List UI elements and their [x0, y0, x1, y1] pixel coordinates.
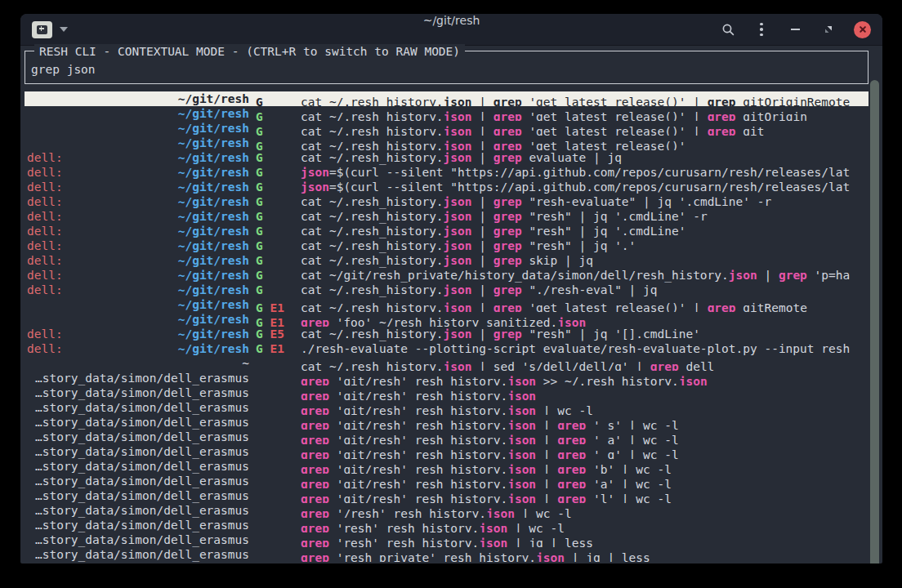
history-row[interactable]: …story_data/simon/dell_erasmusgrep 'resh… — [25, 518, 869, 532]
directory-label: ~/git/resh — [178, 297, 249, 312]
scrollbar-thumb[interactable] — [870, 80, 879, 564]
history-row[interactable]: dell:~/git/reshGcat ~/.resh_history.json… — [25, 194, 869, 209]
match-highlight: grep — [650, 360, 679, 371]
history-row[interactable]: dell:~/git/reshGcat ~/.resh_history.json… — [25, 224, 869, 238]
history-row[interactable]: dell:~/git/reshG E5cat ~/.resh_history.j… — [25, 327, 869, 341]
host-dir-columns: ~/git/resh — [25, 312, 249, 327]
menu-kebab-icon[interactable] — [753, 21, 770, 38]
match-highlight: json — [444, 151, 472, 164]
host-dir-columns: dell:~/git/resh — [25, 150, 249, 165]
history-row[interactable]: dell:~/git/reshGcat ~/git/resh_private/h… — [25, 268, 869, 283]
host-label: dell: — [27, 253, 63, 268]
flag-badge: G — [256, 239, 263, 252]
flags-column: G — [249, 194, 301, 209]
history-row[interactable]: ~/git/reshGcat ~/.resh_history.json | gr… — [25, 121, 869, 136]
history-row[interactable]: …story_data/simon/dell_erasmusgrep 'git/… — [25, 474, 869, 488]
match-highlight: json — [729, 269, 757, 282]
match-highlight: json — [507, 390, 536, 400]
command-text: grep '/resh' resh_history.json | wc -l — [301, 506, 869, 518]
history-row[interactable]: …story_data/simon/dell_erasmusgrep 'git/… — [25, 488, 869, 503]
history-row[interactable]: ~/git/reshGcat ~/.resh_history.json | gr… — [25, 106, 869, 121]
command-text: grep 'git/resh' resh_history.json | grep… — [301, 492, 869, 503]
restore-button[interactable] — [820, 21, 837, 38]
host-dir-columns: dell:~/git/resh — [25, 268, 249, 283]
history-row[interactable]: ~/git/reshG E1grep 'foo' ~/resh_history_… — [25, 312, 869, 327]
match-highlight: json — [444, 239, 472, 252]
command-text: cat ~/.resh_history.json | grep "resh" |… — [301, 224, 869, 238]
directory-label: ~/git/resh — [178, 327, 249, 341]
host-dir-columns: dell:~/git/resh — [25, 283, 249, 297]
host-dir-columns: …story_data/simon/dell_erasmus — [25, 415, 249, 430]
history-row[interactable]: …story_data/simon/dell_erasmusgrep 'git/… — [25, 400, 869, 415]
history-row[interactable]: dell:~/git/reshGcat ~/.resh_history.json… — [25, 238, 869, 253]
match-highlight: json — [444, 301, 472, 312]
command-text: cat ~/.resh_history.json | grep skip | j… — [301, 253, 869, 268]
directory-label: ~/git/resh — [178, 136, 249, 150]
host-label: dell: — [27, 224, 63, 238]
history-row[interactable]: …story_data/simon/dell_erasmusgrep 'git/… — [25, 430, 869, 444]
history-row[interactable]: dell:~/git/reshGcat ~/.resh_history.json… — [25, 283, 869, 297]
history-row[interactable]: dell:~/git/reshGjson=$(curl --silent "ht… — [25, 180, 869, 194]
flags-column: G E1 — [249, 315, 301, 327]
history-row[interactable]: dell:~/git/reshGcat ~/.resh_history.json… — [25, 150, 869, 165]
search-query-input[interactable]: grep json — [31, 62, 96, 77]
flag-badge: G — [256, 327, 263, 341]
command-text: grep 'resh_private' resh_history.json | … — [301, 550, 869, 562]
directory-label: …story_data/simon/dell_erasmus — [35, 371, 249, 385]
history-row[interactable]: …story_data/simon/dell_erasmusgrep 'resh… — [25, 532, 869, 547]
directory-label: ~/git/resh — [178, 106, 249, 121]
host-dir-columns: …story_data/simon/dell_erasmus — [25, 488, 249, 503]
match-highlight: grep — [493, 225, 522, 238]
match-highlight: json — [444, 225, 472, 238]
history-row[interactable]: …story_data/simon/dell_erasmusgrep 'git/… — [25, 459, 869, 474]
match-highlight: grep — [708, 125, 736, 136]
flag-badge: E1 — [270, 342, 284, 355]
history-row[interactable]: ~/git/reshGcat ~/.resh_history.json | gr… — [25, 136, 869, 150]
history-row[interactable]: dell:~/git/reshGcat ~/.resh_history.json… — [25, 253, 869, 268]
match-highlight: grep — [493, 151, 522, 164]
match-highlight: grep — [493, 125, 522, 136]
history-row[interactable]: dell:~/git/reshGjson=$(curl --silent "ht… — [25, 165, 869, 180]
command-text: cat ~/.resh_history.json | grep "resh" |… — [301, 238, 869, 253]
titlebar-right-controls — [720, 14, 871, 45]
directory-label: …story_data/simon/dell_erasmus — [35, 444, 249, 459]
flags-column: G — [249, 268, 301, 283]
match-highlight: json — [301, 180, 329, 194]
history-row[interactable]: …story_data/simon/dell_erasmusgrep 'resh… — [25, 547, 869, 562]
terminal-content: RESH CLI - CONTEXTUAL MODE - (CTRL+R to … — [20, 45, 882, 564]
directory-label: ~/git/resh — [178, 341, 249, 356]
command-text: json=$(curl --silent "https://api.github… — [301, 165, 869, 180]
directory-label: ~/git/resh — [178, 180, 249, 194]
flags-column: G — [249, 124, 301, 136]
flag-badge: G — [256, 125, 263, 136]
minimize-button[interactable] — [787, 21, 803, 38]
flag-badge: E5 — [270, 327, 284, 341]
match-highlight: grep — [301, 478, 329, 488]
flags-column: G — [249, 224, 301, 238]
command-text: cat ~/.resh_history.json | grep 'get_lat… — [301, 95, 869, 106]
history-row[interactable]: dell:~/git/reshG E1./resh-evaluate --plo… — [25, 341, 869, 356]
directory-label: ~/git/resh — [178, 165, 249, 180]
search-icon[interactable] — [720, 21, 736, 38]
history-row[interactable]: …story_data/simon/dell_erasmusgrep 'git/… — [25, 385, 869, 400]
history-row[interactable]: …story_data/simon/dell_erasmusgrep 'git/… — [25, 444, 869, 459]
directory-label: ~/git/resh — [178, 283, 249, 297]
history-row[interactable]: ~cat ~/.resh_history.json | sed 's/dell/… — [25, 356, 869, 371]
match-highlight: grep — [557, 492, 586, 503]
directory-label: …story_data/simon/dell_erasmus — [35, 459, 249, 474]
history-row[interactable]: …story_data/simon/dell_erasmusgrep '/res… — [25, 503, 869, 518]
flags-column: G — [249, 150, 301, 165]
history-row[interactable]: ~/git/reshGcat ~/.resh_history.json | gr… — [25, 91, 869, 106]
match-highlight: json — [444, 96, 472, 106]
match-highlight: grep — [301, 448, 329, 459]
host-dir-columns: …story_data/simon/dell_erasmus — [25, 400, 249, 415]
command-text: cat ~/.resh_history.json | grep 'get_lat… — [301, 301, 869, 312]
directory-label: …story_data/simon/dell_erasmus — [35, 532, 249, 547]
match-highlight: json — [479, 537, 507, 547]
history-row[interactable]: …story_data/simon/dell_erasmusgrep 'git/… — [25, 371, 869, 385]
command-text: grep 'git/resh' resh_history.json | wc -… — [301, 403, 869, 415]
close-button[interactable] — [854, 21, 871, 38]
history-row[interactable]: ~/git/reshG E1cat ~/.resh_history.json |… — [25, 297, 869, 312]
history-row[interactable]: …story_data/simon/dell_erasmusgrep 'git/… — [25, 415, 869, 430]
history-row[interactable]: dell:~/git/reshGcat ~/.resh_history.json… — [25, 209, 869, 224]
